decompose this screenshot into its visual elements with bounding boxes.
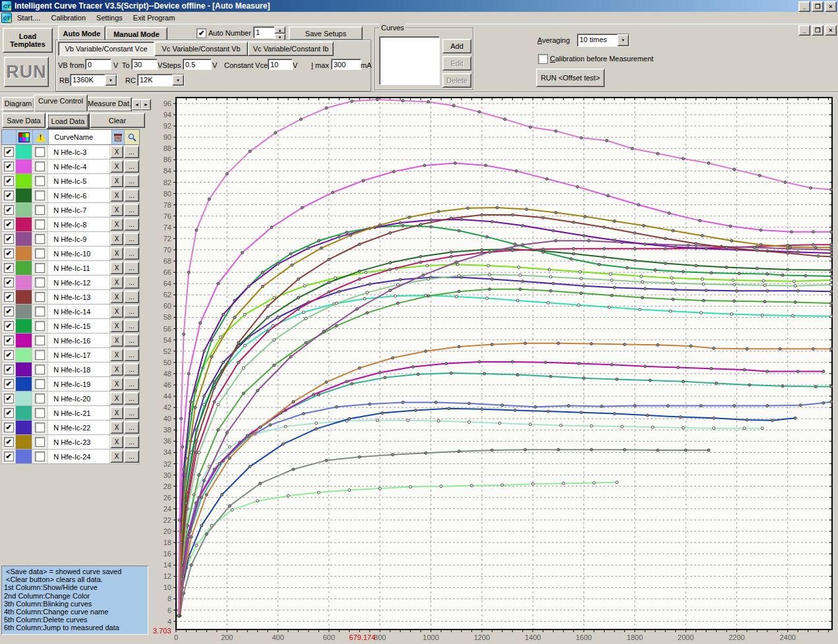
color-swatch[interactable] — [16, 247, 32, 260]
delete-curve-button[interactable]: X — [110, 160, 123, 173]
curve-name-cell[interactable]: N Hfe-Ic-16 — [48, 334, 110, 347]
jump-to-data-button[interactable]: ... — [124, 291, 139, 303]
color-swatch[interactable] — [16, 319, 32, 333]
auto-number-input[interactable] — [253, 26, 276, 38]
color-swatch[interactable] — [16, 160, 32, 173]
delete-curve-button[interactable]: X — [110, 204, 123, 216]
rb-dropdown[interactable]: 1360K ▼ — [70, 74, 117, 86]
jump-to-data-button[interactable]: ... — [124, 247, 139, 260]
show-hide-checkbox[interactable]: ✔ — [2, 305, 16, 318]
curve-name-cell[interactable]: N Hfe-Ic-4 — [48, 160, 110, 173]
jump-to-data-button[interactable]: ... — [124, 204, 139, 216]
curve-name-cell[interactable]: N Hfe-Ic-12 — [48, 276, 110, 289]
trash-icon[interactable] — [112, 130, 125, 144]
jump-to-data-button[interactable]: ... — [124, 450, 139, 463]
jump-to-data-button[interactable]: ... — [124, 305, 139, 318]
save-setups-button[interactable]: Save Setups — [289, 26, 363, 40]
curve-name-cell[interactable]: N Hfe-Ic-19 — [48, 377, 110, 391]
show-hide-checkbox[interactable]: ✔ — [2, 218, 16, 231]
menu-start[interactable]: Start.... — [12, 13, 45, 23]
curve-name-cell[interactable]: N Hfe-Ic-20 — [48, 392, 110, 405]
show-hide-checkbox[interactable]: ✔ — [2, 189, 16, 202]
show-hide-checkbox[interactable]: ✔ — [2, 392, 16, 405]
show-hide-checkbox[interactable]: ✔ — [2, 377, 16, 391]
curve-name-cell[interactable]: N Hfe-Ic-18 — [48, 363, 110, 376]
delete-curve-button[interactable]: X — [110, 276, 123, 289]
color-swatch[interactable] — [16, 450, 32, 463]
color-swatch[interactable] — [16, 232, 32, 246]
show-hide-checkbox[interactable]: ✔ — [2, 450, 16, 463]
delete-curve-button[interactable]: X — [110, 392, 123, 405]
show-hide-checkbox[interactable]: ✔ — [2, 435, 16, 449]
blink-checkbox[interactable] — [32, 319, 48, 333]
curve-name-cell[interactable]: N Hfe-Ic-11 — [48, 261, 110, 275]
jump-to-data-button[interactable]: ... — [124, 146, 139, 158]
tab-auto-mode[interactable]: Auto Mode — [58, 26, 105, 40]
show-hide-checkbox[interactable]: ✔ — [2, 261, 16, 275]
delete-curve-button[interactable]: X — [110, 247, 123, 260]
clear-button[interactable]: Clear — [90, 113, 145, 128]
color-swatch[interactable] — [16, 421, 32, 434]
delete-curve-button[interactable]: X — [110, 233, 123, 245]
jump-to-data-button[interactable]: ... — [124, 407, 139, 419]
color-swatch[interactable] — [16, 377, 32, 391]
color-swatch[interactable] — [16, 276, 32, 289]
jump-to-data-button[interactable]: ... — [124, 218, 139, 231]
save-data-button[interactable]: Save Data — [2, 113, 45, 128]
blink-checkbox[interactable] — [32, 232, 48, 246]
curve-name-cell[interactable]: N Hfe-Ic-8 — [48, 218, 110, 231]
delete-curve-button[interactable]: X — [110, 334, 123, 347]
subtab-vc-variable-vb[interactable]: Vc Variable/Constant Vb — [154, 42, 248, 56]
jump-to-data-button[interactable]: ... — [124, 421, 139, 434]
blink-checkbox[interactable] — [32, 334, 48, 347]
averaging-dropdown[interactable]: 10 times ▼ — [577, 34, 630, 47]
menu-calibration[interactable]: Calibration — [45, 13, 91, 23]
constant-vce-input[interactable] — [268, 59, 293, 70]
jump-to-data-button[interactable]: ... — [124, 334, 139, 347]
curve-name-cell[interactable]: N Hfe-Ic-5 — [48, 174, 110, 188]
curve-name-cell[interactable]: N Hfe-Ic-6 — [48, 189, 110, 202]
jump-to-data-button[interactable]: ... — [124, 363, 139, 376]
load-templates-button[interactable]: Load Templates — [3, 28, 53, 53]
show-hide-checkbox[interactable]: ✔ — [2, 363, 16, 376]
curve-name-cell[interactable]: N Hfe-Ic-24 — [48, 450, 110, 463]
blink-checkbox[interactable] — [32, 450, 48, 463]
curve-name-cell[interactable]: N Hfe-Ic-10 — [48, 247, 110, 260]
subtab-vb-variable[interactable]: Vb Variable/Constant Vce — [58, 42, 154, 56]
spinner-up-icon[interactable]: ▲ — [274, 26, 285, 34]
jump-to-data-button[interactable]: ... — [124, 233, 139, 245]
auto-number-spinner[interactable]: ▲ ▼ — [274, 26, 285, 41]
curve-name-cell[interactable]: N Hfe-Ic-21 — [48, 406, 110, 420]
blink-checkbox[interactable] — [32, 247, 48, 260]
plot-area[interactable] — [176, 98, 832, 629]
curves-listbox[interactable] — [379, 36, 440, 85]
blink-checkbox[interactable] — [32, 218, 48, 231]
blink-checkbox[interactable] — [32, 348, 48, 362]
rc-dropdown-arrow-icon[interactable]: ▼ — [172, 74, 184, 86]
jump-to-data-button[interactable]: ... — [124, 392, 139, 405]
delete-curve-button[interactable]: X — [110, 436, 123, 448]
minimize-button[interactable]: _ — [798, 1, 810, 12]
color-swatch[interactable] — [16, 348, 32, 362]
delete-curve-button[interactable]: X — [110, 407, 123, 419]
run-button[interactable]: RUN — [4, 57, 49, 87]
color-swatch[interactable] — [16, 363, 32, 376]
show-hide-checkbox[interactable]: ✔ — [2, 203, 16, 217]
curve-name-cell[interactable]: N Hfe-Ic-15 — [48, 319, 110, 333]
blink-checkbox[interactable] — [32, 406, 48, 420]
delete-curve-button[interactable]: X — [110, 349, 123, 361]
delete-curve-button[interactable]: X — [110, 305, 123, 318]
imax-input[interactable] — [331, 59, 361, 70]
blink-checkbox[interactable] — [32, 276, 48, 289]
run-offset-test-button[interactable]: RUN <Offset test> — [536, 69, 605, 87]
curve-name-cell[interactable]: N Hfe-Ic-13 — [48, 290, 110, 304]
show-hide-checkbox[interactable]: ✔ — [2, 319, 16, 333]
jump-to-data-button[interactable]: ... — [124, 262, 139, 274]
delete-curve-button[interactable]: X — [110, 146, 123, 158]
color-swatch[interactable] — [16, 290, 32, 304]
jump-to-data-button[interactable]: ... — [124, 189, 139, 202]
delete-curve-button[interactable]: X — [110, 320, 123, 332]
blink-checkbox[interactable] — [32, 174, 48, 188]
vsteps-input[interactable] — [183, 59, 212, 70]
jump-to-data-button[interactable]: ... — [124, 349, 139, 361]
